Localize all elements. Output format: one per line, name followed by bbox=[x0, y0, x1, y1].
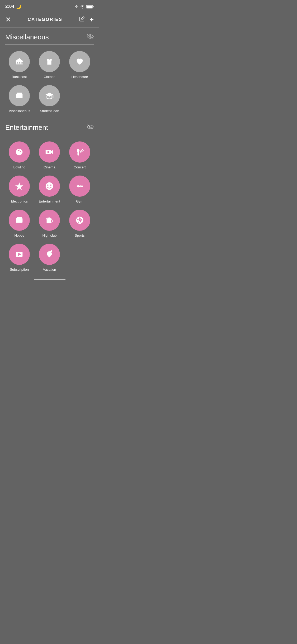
add-button[interactable]: + bbox=[89, 16, 94, 23]
nightclub-label: Nightclub bbox=[42, 233, 56, 237]
svg-point-33 bbox=[47, 185, 49, 186]
gym-label: Gym bbox=[76, 199, 83, 203]
gym-circle bbox=[69, 176, 90, 197]
misc-label: Miscellaneous bbox=[8, 109, 30, 113]
category-item-nightclub[interactable]: Nightclub bbox=[34, 210, 64, 237]
svg-point-46 bbox=[48, 218, 49, 219]
healthcare-label: Healthcare bbox=[71, 75, 88, 79]
category-item-hobby[interactable]: Hobby bbox=[4, 210, 34, 237]
svg-rect-44 bbox=[47, 219, 51, 223]
svg-rect-17 bbox=[18, 96, 20, 97]
entertainment-section-header: Entertainment bbox=[4, 118, 95, 135]
cinema-circle bbox=[39, 141, 60, 163]
category-item-cinema[interactable]: Cinema bbox=[34, 141, 64, 169]
battery-icon bbox=[86, 5, 94, 8]
subscription-circle bbox=[9, 244, 30, 265]
entertainment-circle bbox=[39, 176, 60, 197]
svg-rect-43 bbox=[18, 221, 20, 221]
status-icons: ✈ bbox=[75, 4, 94, 9]
svg-point-13 bbox=[19, 59, 20, 61]
svg-rect-37 bbox=[81, 185, 81, 187]
category-item-bowling[interactable]: Bowling bbox=[4, 141, 34, 169]
svg-point-47 bbox=[49, 218, 51, 219]
concert-circle bbox=[69, 141, 90, 163]
clothes-circle bbox=[39, 51, 60, 72]
svg-rect-14 bbox=[16, 94, 23, 98]
svg-rect-7 bbox=[16, 64, 23, 65]
svg-marker-31 bbox=[15, 182, 23, 190]
status-bar: 2:04 🌙 ✈ bbox=[0, 0, 99, 12]
category-item-gym[interactable]: Gym bbox=[65, 176, 95, 203]
entertainment-visibility-icon[interactable] bbox=[87, 124, 94, 131]
svg-marker-27 bbox=[51, 150, 53, 154]
svg-rect-15 bbox=[17, 93, 22, 94]
svg-rect-39 bbox=[81, 185, 83, 187]
svg-rect-19 bbox=[53, 95, 54, 98]
svg-rect-3 bbox=[80, 17, 84, 21]
category-item-sports[interactable]: Sports bbox=[65, 210, 95, 237]
content-area: Miscellaneous bbox=[0, 28, 99, 277]
wifi-icon bbox=[80, 5, 85, 8]
entertainment-divider bbox=[5, 135, 94, 135]
category-item-entertainment[interactable]: Entertainment bbox=[34, 176, 64, 203]
svg-rect-35 bbox=[79, 186, 81, 187]
bowling-label: Bowling bbox=[13, 165, 25, 169]
vacation-label: Vacation bbox=[43, 268, 56, 272]
category-item-electronics[interactable]: Electronics bbox=[4, 176, 34, 203]
category-item-vacation[interactable]: Vacation bbox=[34, 244, 64, 272]
electronics-circle bbox=[9, 176, 30, 197]
home-indicator bbox=[0, 277, 99, 281]
home-bar bbox=[34, 279, 65, 280]
bank-cost-label: Bank cost bbox=[12, 75, 27, 79]
svg-rect-8 bbox=[16, 62, 17, 64]
page-header: ✕ CATEGORIES + bbox=[0, 12, 99, 27]
header-actions: + bbox=[79, 16, 94, 23]
entertainment-label: Entertainment bbox=[39, 199, 60, 203]
hobby-circle bbox=[9, 210, 30, 231]
category-item-subscription[interactable]: Subscription bbox=[4, 244, 34, 272]
miscellaneous-visibility-icon[interactable] bbox=[87, 34, 94, 40]
category-item-healthcare[interactable]: Healthcare bbox=[65, 51, 95, 79]
moon-icon: 🌙 bbox=[16, 4, 21, 10]
svg-rect-1 bbox=[93, 6, 94, 7]
status-time: 2:04 🌙 bbox=[5, 4, 21, 10]
svg-rect-6 bbox=[16, 61, 23, 62]
category-item-clothes[interactable]: Clothes bbox=[34, 51, 64, 79]
page-title: CATEGORIES bbox=[28, 17, 62, 22]
subscription-label: Subscription bbox=[10, 268, 29, 272]
bank-cost-circle bbox=[9, 51, 30, 72]
category-item-student-loan[interactable]: Student loan bbox=[34, 85, 64, 113]
healthcare-circle bbox=[69, 51, 90, 72]
electronics-label: Electronics bbox=[11, 199, 28, 203]
student-loan-circle bbox=[39, 85, 60, 106]
svg-point-45 bbox=[46, 218, 48, 219]
entertainment-title: Entertainment bbox=[5, 123, 48, 132]
sports-circle bbox=[69, 210, 90, 231]
miscellaneous-title: Miscellaneous bbox=[5, 33, 49, 41]
sports-label: Sports bbox=[75, 233, 85, 237]
svg-rect-30 bbox=[77, 152, 79, 155]
clothes-label: Clothes bbox=[44, 75, 55, 79]
hobby-label: Hobby bbox=[14, 233, 24, 237]
category-item-concert[interactable]: Concert bbox=[65, 141, 95, 169]
vacation-circle bbox=[39, 244, 60, 265]
concert-label: Concert bbox=[74, 165, 86, 169]
miscellaneous-section-header: Miscellaneous bbox=[4, 28, 95, 44]
student-loan-label: Student loan bbox=[40, 109, 59, 113]
svg-rect-10 bbox=[20, 62, 21, 64]
svg-point-25 bbox=[20, 151, 21, 152]
svg-rect-9 bbox=[18, 62, 19, 64]
svg-rect-41 bbox=[17, 217, 22, 219]
edit-button[interactable] bbox=[79, 16, 85, 23]
entertainment-grid: Bowling Cinema bbox=[4, 139, 95, 277]
svg-rect-42 bbox=[18, 220, 21, 220]
svg-rect-2 bbox=[87, 6, 92, 8]
svg-rect-16 bbox=[18, 95, 21, 96]
category-item-misc[interactable]: Miscellaneous bbox=[4, 85, 34, 113]
close-button[interactable]: ✕ bbox=[5, 16, 11, 23]
svg-point-22 bbox=[16, 149, 23, 155]
svg-rect-11 bbox=[22, 62, 22, 64]
category-item-bank-cost[interactable]: Bank cost bbox=[4, 51, 34, 79]
svg-point-34 bbox=[50, 185, 52, 186]
svg-point-57 bbox=[79, 219, 81, 221]
